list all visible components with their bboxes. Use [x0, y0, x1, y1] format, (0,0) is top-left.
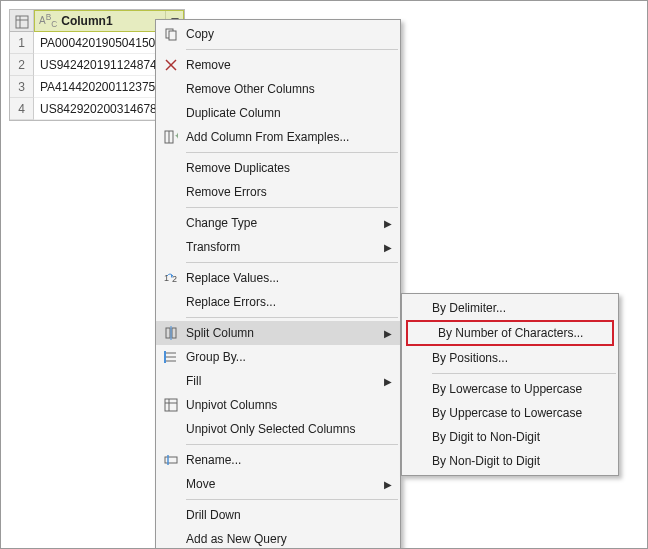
split-column-icon — [156, 326, 186, 340]
submenu-by-number-of-characters[interactable]: By Number of Characters... — [408, 322, 612, 344]
svg-rect-13 — [166, 328, 170, 338]
rename-icon — [156, 454, 186, 466]
menu-replace-errors[interactable]: Replace Errors... — [156, 290, 400, 314]
submenu-by-digit-to-nondigit[interactable]: By Digit to Non-Digit — [402, 425, 618, 449]
svg-rect-23 — [165, 457, 177, 463]
menu-separator — [186, 49, 398, 50]
add-column-icon: ✦ — [156, 130, 186, 144]
context-menu: Copy Remove Remove Other Columns Duplica… — [155, 19, 401, 549]
row-index: 3 — [10, 76, 34, 98]
group-by-icon — [156, 351, 186, 363]
menu-separator — [186, 444, 398, 445]
submenu-arrow-icon: ▶ — [384, 218, 392, 229]
menu-split-column[interactable]: Split Column ▶ — [156, 321, 400, 345]
menu-separator — [186, 207, 398, 208]
column-type-icon: ABC — [39, 12, 57, 29]
menu-fill[interactable]: Fill ▶ — [156, 369, 400, 393]
submenu-by-uppercase-to-lowercase[interactable]: By Uppercase to Lowercase — [402, 401, 618, 425]
unpivot-icon — [156, 398, 186, 412]
menu-add-column-from-examples[interactable]: ✦ Add Column From Examples... — [156, 125, 400, 149]
menu-remove-errors[interactable]: Remove Errors — [156, 180, 400, 204]
menu-copy[interactable]: Copy — [156, 22, 400, 46]
menu-separator — [186, 262, 398, 263]
menu-replace-values[interactable]: 12 Replace Values... — [156, 266, 400, 290]
svg-rect-14 — [172, 328, 176, 338]
submenu-by-positions[interactable]: By Positions... — [402, 346, 618, 370]
menu-drill-down[interactable]: Drill Down — [156, 503, 400, 527]
submenu-by-delimiter[interactable]: By Delimiter... — [402, 296, 618, 320]
submenu-arrow-icon: ▶ — [384, 328, 392, 339]
menu-rename[interactable]: Rename... — [156, 448, 400, 472]
submenu-by-nondigit-to-digit[interactable]: By Non-Digit to Digit — [402, 449, 618, 473]
menu-separator — [186, 152, 398, 153]
menu-remove[interactable]: Remove — [156, 53, 400, 77]
highlight-annotation: By Number of Characters... — [406, 320, 614, 346]
column-name: Column1 — [61, 14, 112, 28]
menu-move[interactable]: Move ▶ — [156, 472, 400, 496]
menu-transform[interactable]: Transform ▶ — [156, 235, 400, 259]
menu-separator — [432, 373, 616, 374]
svg-rect-19 — [164, 351, 166, 363]
replace-values-icon: 12 — [156, 272, 186, 284]
row-index: 1 — [10, 32, 34, 54]
menu-unpivot-only-selected[interactable]: Unpivot Only Selected Columns — [156, 417, 400, 441]
submenu-arrow-icon: ▶ — [384, 479, 392, 490]
menu-duplicate-column[interactable]: Duplicate Column — [156, 101, 400, 125]
app-frame: ABC Column1 1 PA000420190504150 2 US9424… — [0, 0, 648, 549]
remove-icon — [156, 59, 186, 71]
copy-icon — [156, 27, 186, 41]
svg-rect-4 — [169, 31, 176, 40]
submenu-by-lowercase-to-uppercase[interactable]: By Lowercase to Uppercase — [402, 377, 618, 401]
table-icon — [15, 15, 29, 29]
menu-remove-other-columns[interactable]: Remove Other Columns — [156, 77, 400, 101]
menu-change-type[interactable]: Change Type ▶ — [156, 211, 400, 235]
row-index: 4 — [10, 98, 34, 120]
submenu-arrow-icon: ▶ — [384, 376, 392, 387]
submenu-arrow-icon: ▶ — [384, 242, 392, 253]
svg-rect-20 — [165, 399, 177, 411]
menu-group-by[interactable]: Group By... — [156, 345, 400, 369]
menu-unpivot-columns[interactable]: Unpivot Columns — [156, 393, 400, 417]
menu-separator — [186, 317, 398, 318]
table-corner-icon[interactable] — [10, 10, 34, 32]
split-column-submenu: By Delimiter... By Number of Characters.… — [401, 293, 619, 476]
svg-rect-0 — [16, 16, 28, 28]
svg-text:✦: ✦ — [174, 131, 178, 141]
row-index: 2 — [10, 54, 34, 76]
menu-separator — [186, 499, 398, 500]
menu-add-as-new-query[interactable]: Add as New Query — [156, 527, 400, 549]
menu-remove-duplicates[interactable]: Remove Duplicates — [156, 156, 400, 180]
